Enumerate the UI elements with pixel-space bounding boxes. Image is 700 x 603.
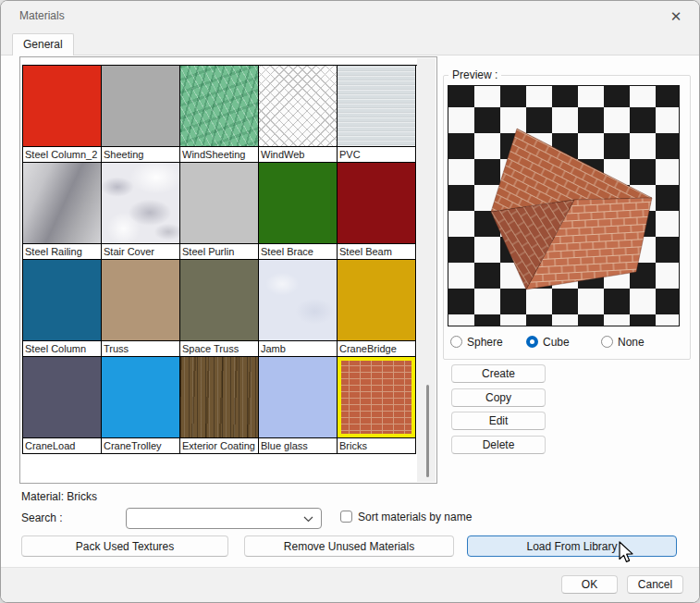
materials-dialog: Materials ✕ General Steel Column_2Sheeti… [0, 0, 700, 603]
close-icon[interactable]: ✕ [664, 5, 688, 29]
material-swatch [23, 357, 101, 437]
material-name-label: Bricks [338, 437, 415, 453]
remove-unused-materials-button[interactable]: Remove Unused Materials [244, 535, 454, 557]
material-name-label: CraneTrolley [102, 437, 179, 453]
material-name-label: Truss [102, 340, 179, 356]
material-cell[interactable]: CraneBridge [338, 260, 416, 357]
material-swatch [338, 163, 415, 243]
material-cell[interactable]: WindSheeting [180, 66, 259, 163]
material-swatch [338, 357, 415, 437]
material-swatch [259, 66, 337, 146]
ok-button[interactable]: OK [561, 575, 618, 594]
material-name-label: Space Truss [180, 340, 258, 356]
shape-option-sphere[interactable]: Sphere [450, 335, 503, 349]
material-swatch [102, 357, 179, 437]
chevron-down-icon [303, 512, 313, 525]
material-name-label: Sheeting [102, 146, 179, 162]
material-cell[interactable]: Blue glass [259, 357, 338, 454]
material-name-label: Steel Purlin [180, 243, 258, 259]
material-swatch [180, 357, 258, 437]
material-cell[interactable]: Steel Beam [338, 163, 416, 260]
material-cell[interactable]: Steel Column [23, 260, 102, 357]
radio-label: Sphere [467, 336, 503, 349]
preview-viewport [448, 85, 680, 326]
material-cell[interactable]: WindWeb [259, 66, 338, 163]
mouse-cursor-icon [618, 541, 634, 565]
copy-button[interactable]: Copy [451, 388, 546, 407]
material-cell[interactable]: CraneLoad [23, 357, 102, 454]
material-name-label: Steel Column_2 [23, 146, 101, 162]
material-name-label: Exterior Coating [180, 437, 258, 453]
material-cell[interactable]: Steel Railing [23, 163, 102, 260]
pack-used-textures-button[interactable]: Pack Used Textures [21, 535, 228, 557]
material-swatch [23, 163, 101, 243]
material-cell[interactable]: Jamb [259, 260, 338, 357]
material-swatch [102, 66, 179, 146]
material-swatch [180, 260, 258, 340]
material-cell[interactable]: PVC [338, 66, 416, 163]
search-combobox[interactable] [126, 508, 322, 529]
material-swatch [180, 66, 258, 146]
material-name-label: Stair Cover [102, 243, 179, 259]
material-name-label: Jamb [259, 340, 337, 356]
materials-scrollbar-thumb[interactable] [426, 385, 429, 477]
material-cell[interactable]: CraneTrolley [102, 357, 180, 454]
material-cell[interactable]: Steel Brace [259, 163, 338, 260]
material-swatch [259, 260, 337, 340]
material-cell[interactable]: Sheeting [102, 66, 180, 163]
sort-materials-checkbox[interactable] [340, 511, 352, 523]
material-swatch [338, 260, 415, 340]
title-bar [1, 1, 699, 55]
dialog-title: Materials [19, 9, 65, 22]
material-cell[interactable]: Truss [102, 260, 180, 357]
material-name-label: PVC [338, 146, 415, 162]
material-name-label: Steel Brace [259, 243, 337, 259]
radio-label: None [618, 336, 645, 349]
material-cell[interactable]: Exterior Coating [180, 357, 259, 454]
preview-group-label: Preview : [448, 68, 501, 81]
search-label: Search : [21, 511, 63, 524]
material-cell[interactable]: Steel Column_2 [23, 66, 102, 163]
material-name-label: CraneLoad [23, 437, 101, 453]
material-name-label: Steel Beam [338, 243, 415, 259]
edit-button[interactable]: Edit [451, 412, 546, 430]
material-swatch [259, 357, 337, 437]
material-cell[interactable]: Bricks [338, 357, 416, 454]
radio-label: Cube [543, 336, 570, 349]
load-from-library-button[interactable]: Load From Library [467, 535, 677, 557]
selected-material-label: Material: Bricks [21, 490, 97, 503]
material-swatch [102, 260, 179, 340]
material-swatch [23, 260, 101, 340]
material-name-label: WindWeb [259, 146, 337, 162]
create-button[interactable]: Create [451, 364, 546, 383]
radio-icon [526, 336, 538, 348]
material-swatch [259, 163, 337, 243]
sort-materials-label: Sort materials by name [358, 511, 472, 523]
cancel-button[interactable]: Cancel [627, 575, 683, 594]
material-swatch [102, 163, 179, 243]
material-swatch [23, 66, 101, 146]
materials-grid: Steel Column_2SheetingWindSheetingWindWe… [22, 65, 417, 454]
delete-button[interactable]: Delete [451, 436, 546, 454]
material-name-label: Blue glass [259, 437, 337, 453]
tab-general[interactable]: General [12, 33, 74, 55]
material-cell[interactable]: Space Truss [180, 260, 259, 357]
material-swatch [180, 163, 258, 243]
material-name-label: Steel Railing [23, 243, 101, 259]
shape-option-none[interactable]: None [601, 335, 645, 349]
material-name-label: CraneBridge [338, 340, 415, 356]
brick-cube-preview [448, 86, 680, 326]
radio-icon [450, 336, 462, 348]
radio-icon [601, 336, 613, 348]
tab-pane-divider [1, 55, 699, 55]
material-name-label: Steel Column [23, 340, 101, 356]
material-name-label: WindSheeting [180, 146, 258, 162]
material-swatch [338, 66, 415, 146]
material-cell[interactable]: Steel Purlin [180, 163, 259, 260]
shape-option-cube[interactable]: Cube [526, 335, 570, 349]
material-cell[interactable]: Stair Cover [102, 163, 180, 260]
